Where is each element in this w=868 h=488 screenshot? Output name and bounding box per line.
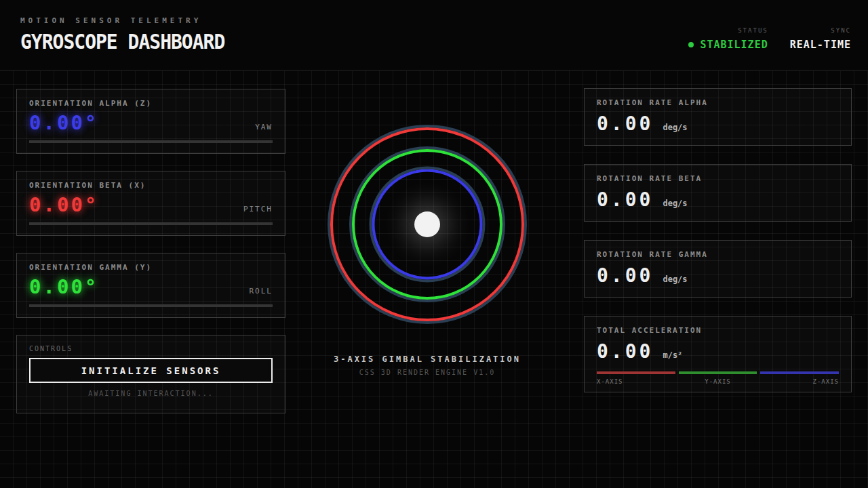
status-dot-icon <box>688 42 694 47</box>
card-label: ROTATION RATE ALPHA <box>597 98 839 107</box>
sync-label: SYNC <box>790 27 851 34</box>
rotation-rate-gamma-value: 0.00 <box>597 264 653 287</box>
controls-status-text: AWAITING INTERACTION... <box>29 390 273 397</box>
acceleration-axis-labels: X-AXIS Y-AXIS Z-AXIS <box>597 378 839 385</box>
x-axis-bar <box>597 371 675 374</box>
value-row: 0.00 deg/s <box>597 113 839 135</box>
orientation-alpha-card: ORIENTATION ALPHA (Z) 0.00° YAW <box>16 89 285 154</box>
unit-label: deg/s <box>663 123 687 132</box>
header-titles: MOTION SENSOR TELEMETRY GYROSCOPE DASHBO… <box>0 0 224 53</box>
gimbal-subtitle: CSS 3D RENDER ENGINE V1.0 <box>298 369 556 376</box>
orientation-gamma-card: ORIENTATION GAMMA (Y) 0.00° ROLL <box>16 253 285 318</box>
unit-label: deg/s <box>663 274 687 284</box>
value-row: 0.00 m/s² <box>597 340 839 363</box>
z-axis-label: Z-AXIS <box>758 378 839 385</box>
total-acceleration-value: 0.00 <box>597 340 653 363</box>
axis-tag: PITCH <box>243 205 273 216</box>
progress-track <box>29 140 273 143</box>
unit-label: deg/s <box>663 199 687 208</box>
status-label: STATUS <box>688 27 768 34</box>
rotation-rate-alpha-card: ROTATION RATE ALPHA 0.00 deg/s <box>584 88 852 146</box>
card-label: ORIENTATION BETA (X) <box>29 181 273 190</box>
rotation-rate-alpha-value: 0.00 <box>597 113 653 135</box>
card-label: ROTATION RATE BETA <box>597 174 839 183</box>
card-label: ORIENTATION ALPHA (Z) <box>29 99 273 108</box>
orientation-column: ORIENTATION ALPHA (Z) 0.00° YAW ORIENTAT… <box>16 89 285 413</box>
app-subtitle: MOTION SENSOR TELEMETRY <box>20 16 224 25</box>
card-label: ROTATION RATE GAMMA <box>597 250 839 259</box>
header-status-area: STATUS STABILIZED SYNC REAL-TIME <box>688 0 868 51</box>
progress-track <box>29 304 273 307</box>
status-block: STATUS STABILIZED <box>688 27 768 51</box>
controls-card: CONTROLS INITIALIZE SENSORS AWAITING INT… <box>16 335 285 413</box>
axis-tag: ROLL <box>250 287 273 298</box>
value-row: 0.00° PITCH <box>29 193 273 216</box>
dashboard-body: ORIENTATION ALPHA (Z) 0.00° YAW ORIENTAT… <box>0 71 868 488</box>
rotation-rate-beta-value: 0.00 <box>597 188 653 211</box>
page-title: GYROSCOPE DASHBOARD <box>20 30 224 54</box>
status-value: STABILIZED <box>700 39 768 51</box>
sync-value: REAL-TIME <box>790 39 851 51</box>
axis-tag: YAW <box>255 123 273 134</box>
status-badge: STABILIZED <box>688 39 768 51</box>
gyroscope-dashboard-app: MOTION SENSOR TELEMETRY GYROSCOPE DASHBO… <box>0 0 868 488</box>
controls-label: CONTROLS <box>29 345 273 352</box>
gimbal-core-dot <box>414 211 440 237</box>
acceleration-axis-bars <box>597 371 839 374</box>
sync-block: SYNC REAL-TIME <box>790 27 851 51</box>
orientation-beta-card: ORIENTATION BETA (X) 0.00° PITCH <box>16 171 285 236</box>
gimbal-caption: 3-AXIS GIMBAL STABILIZATION CSS 3D RENDE… <box>298 354 556 376</box>
header: MOTION SENSOR TELEMETRY GYROSCOPE DASHBO… <box>0 0 868 70</box>
progress-track <box>29 222 273 225</box>
x-axis-label: X-AXIS <box>597 378 677 385</box>
orientation-alpha-value: 0.00° <box>29 111 98 134</box>
value-row: 0.00 deg/s <box>597 188 839 211</box>
initialize-sensors-button[interactable]: INITIALIZE SENSORS <box>29 358 273 383</box>
unit-label: m/s² <box>663 350 682 360</box>
card-label: TOTAL ACCELERATION <box>597 326 839 335</box>
value-row: 0.00 deg/s <box>597 264 839 287</box>
rotation-rate-gamma-card: ROTATION RATE GAMMA 0.00 deg/s <box>584 240 852 298</box>
orientation-beta-value: 0.00° <box>29 193 98 216</box>
y-axis-label: Y-AXIS <box>677 378 758 385</box>
total-acceleration-card: TOTAL ACCELERATION 0.00 m/s² X-AXIS Y-AX… <box>584 316 852 392</box>
value-row: 0.00° YAW <box>29 111 273 134</box>
orientation-gamma-value: 0.00° <box>29 275 98 298</box>
z-axis-bar <box>760 371 839 374</box>
card-label: ORIENTATION GAMMA (Y) <box>29 263 273 272</box>
gimbal-visualization <box>330 127 524 321</box>
gimbal-title: 3-AXIS GIMBAL STABILIZATION <box>298 354 556 364</box>
rotation-rate-beta-card: ROTATION RATE BETA 0.00 deg/s <box>584 164 852 222</box>
rates-column: ROTATION RATE ALPHA 0.00 deg/s ROTATION … <box>584 88 852 392</box>
y-axis-bar <box>679 371 757 374</box>
value-row: 0.00° ROLL <box>29 275 273 298</box>
